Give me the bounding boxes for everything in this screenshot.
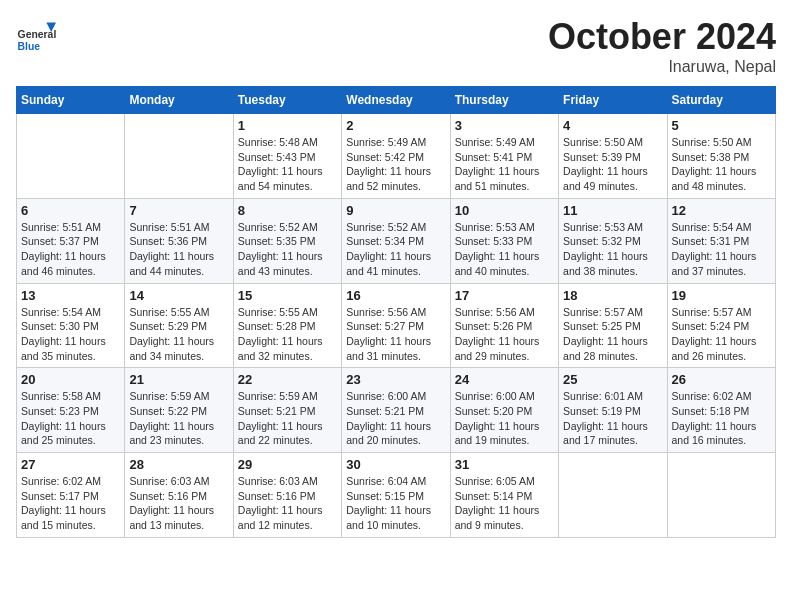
logo-icon: General Blue <box>16 16 56 56</box>
table-row <box>125 114 233 199</box>
logo: General Blue <box>16 16 60 56</box>
day-detail: Sunrise: 5:55 AM Sunset: 5:29 PM Dayligh… <box>129 305 228 364</box>
day-number: 25 <box>563 372 662 387</box>
day-number: 17 <box>455 288 554 303</box>
table-row: 19Sunrise: 5:57 AM Sunset: 5:24 PM Dayli… <box>667 283 775 368</box>
calendar-week-row: 20Sunrise: 5:58 AM Sunset: 5:23 PM Dayli… <box>17 368 776 453</box>
table-row: 25Sunrise: 6:01 AM Sunset: 5:19 PM Dayli… <box>559 368 667 453</box>
col-wednesday: Wednesday <box>342 87 450 114</box>
day-number: 11 <box>563 203 662 218</box>
day-detail: Sunrise: 6:03 AM Sunset: 5:16 PM Dayligh… <box>129 474 228 533</box>
table-row: 20Sunrise: 5:58 AM Sunset: 5:23 PM Dayli… <box>17 368 125 453</box>
table-row: 7Sunrise: 5:51 AM Sunset: 5:36 PM Daylig… <box>125 198 233 283</box>
day-number: 16 <box>346 288 445 303</box>
table-row: 26Sunrise: 6:02 AM Sunset: 5:18 PM Dayli… <box>667 368 775 453</box>
day-number: 23 <box>346 372 445 387</box>
table-row: 6Sunrise: 5:51 AM Sunset: 5:37 PM Daylig… <box>17 198 125 283</box>
day-number: 4 <box>563 118 662 133</box>
table-row <box>667 453 775 538</box>
day-detail: Sunrise: 5:52 AM Sunset: 5:34 PM Dayligh… <box>346 220 445 279</box>
calendar-week-row: 6Sunrise: 5:51 AM Sunset: 5:37 PM Daylig… <box>17 198 776 283</box>
day-number: 20 <box>21 372 120 387</box>
day-number: 22 <box>238 372 337 387</box>
day-detail: Sunrise: 5:48 AM Sunset: 5:43 PM Dayligh… <box>238 135 337 194</box>
col-monday: Monday <box>125 87 233 114</box>
table-row: 23Sunrise: 6:00 AM Sunset: 5:21 PM Dayli… <box>342 368 450 453</box>
day-number: 19 <box>672 288 771 303</box>
day-detail: Sunrise: 5:55 AM Sunset: 5:28 PM Dayligh… <box>238 305 337 364</box>
table-row <box>559 453 667 538</box>
table-row: 15Sunrise: 5:55 AM Sunset: 5:28 PM Dayli… <box>233 283 341 368</box>
day-detail: Sunrise: 5:59 AM Sunset: 5:21 PM Dayligh… <box>238 389 337 448</box>
day-number: 7 <box>129 203 228 218</box>
table-row: 3Sunrise: 5:49 AM Sunset: 5:41 PM Daylig… <box>450 114 558 199</box>
day-detail: Sunrise: 5:54 AM Sunset: 5:31 PM Dayligh… <box>672 220 771 279</box>
table-row: 14Sunrise: 5:55 AM Sunset: 5:29 PM Dayli… <box>125 283 233 368</box>
day-number: 21 <box>129 372 228 387</box>
table-row: 8Sunrise: 5:52 AM Sunset: 5:35 PM Daylig… <box>233 198 341 283</box>
day-detail: Sunrise: 5:51 AM Sunset: 5:37 PM Dayligh… <box>21 220 120 279</box>
day-number: 9 <box>346 203 445 218</box>
day-number: 6 <box>21 203 120 218</box>
day-number: 2 <box>346 118 445 133</box>
day-number: 15 <box>238 288 337 303</box>
col-thursday: Thursday <box>450 87 558 114</box>
day-detail: Sunrise: 5:51 AM Sunset: 5:36 PM Dayligh… <box>129 220 228 279</box>
table-row: 2Sunrise: 5:49 AM Sunset: 5:42 PM Daylig… <box>342 114 450 199</box>
day-detail: Sunrise: 5:50 AM Sunset: 5:38 PM Dayligh… <box>672 135 771 194</box>
day-number: 1 <box>238 118 337 133</box>
day-number: 8 <box>238 203 337 218</box>
day-detail: Sunrise: 5:57 AM Sunset: 5:25 PM Dayligh… <box>563 305 662 364</box>
day-number: 13 <box>21 288 120 303</box>
table-row: 17Sunrise: 5:56 AM Sunset: 5:26 PM Dayli… <box>450 283 558 368</box>
month-title: October 2024 <box>548 16 776 58</box>
day-detail: Sunrise: 5:53 AM Sunset: 5:33 PM Dayligh… <box>455 220 554 279</box>
table-row: 29Sunrise: 6:03 AM Sunset: 5:16 PM Dayli… <box>233 453 341 538</box>
table-row: 4Sunrise: 5:50 AM Sunset: 5:39 PM Daylig… <box>559 114 667 199</box>
day-detail: Sunrise: 6:02 AM Sunset: 5:18 PM Dayligh… <box>672 389 771 448</box>
table-row: 1Sunrise: 5:48 AM Sunset: 5:43 PM Daylig… <box>233 114 341 199</box>
day-detail: Sunrise: 6:05 AM Sunset: 5:14 PM Dayligh… <box>455 474 554 533</box>
day-number: 3 <box>455 118 554 133</box>
calendar-table: Sunday Monday Tuesday Wednesday Thursday… <box>16 86 776 538</box>
day-number: 31 <box>455 457 554 472</box>
location: Inaruwa, Nepal <box>548 58 776 76</box>
col-saturday: Saturday <box>667 87 775 114</box>
table-row: 10Sunrise: 5:53 AM Sunset: 5:33 PM Dayli… <box>450 198 558 283</box>
table-row: 30Sunrise: 6:04 AM Sunset: 5:15 PM Dayli… <box>342 453 450 538</box>
table-row: 27Sunrise: 6:02 AM Sunset: 5:17 PM Dayli… <box>17 453 125 538</box>
day-detail: Sunrise: 6:04 AM Sunset: 5:15 PM Dayligh… <box>346 474 445 533</box>
day-number: 28 <box>129 457 228 472</box>
col-sunday: Sunday <box>17 87 125 114</box>
day-number: 27 <box>21 457 120 472</box>
table-row: 9Sunrise: 5:52 AM Sunset: 5:34 PM Daylig… <box>342 198 450 283</box>
day-detail: Sunrise: 5:56 AM Sunset: 5:26 PM Dayligh… <box>455 305 554 364</box>
day-number: 18 <box>563 288 662 303</box>
day-number: 10 <box>455 203 554 218</box>
calendar-header-row: Sunday Monday Tuesday Wednesday Thursday… <box>17 87 776 114</box>
svg-text:Blue: Blue <box>18 41 41 52</box>
day-detail: Sunrise: 6:01 AM Sunset: 5:19 PM Dayligh… <box>563 389 662 448</box>
calendar-week-row: 13Sunrise: 5:54 AM Sunset: 5:30 PM Dayli… <box>17 283 776 368</box>
day-detail: Sunrise: 5:50 AM Sunset: 5:39 PM Dayligh… <box>563 135 662 194</box>
day-detail: Sunrise: 5:49 AM Sunset: 5:41 PM Dayligh… <box>455 135 554 194</box>
col-friday: Friday <box>559 87 667 114</box>
day-detail: Sunrise: 5:49 AM Sunset: 5:42 PM Dayligh… <box>346 135 445 194</box>
table-row: 13Sunrise: 5:54 AM Sunset: 5:30 PM Dayli… <box>17 283 125 368</box>
title-block: October 2024 Inaruwa, Nepal <box>548 16 776 76</box>
day-detail: Sunrise: 5:52 AM Sunset: 5:35 PM Dayligh… <box>238 220 337 279</box>
day-detail: Sunrise: 6:02 AM Sunset: 5:17 PM Dayligh… <box>21 474 120 533</box>
table-row <box>17 114 125 199</box>
day-number: 29 <box>238 457 337 472</box>
table-row: 21Sunrise: 5:59 AM Sunset: 5:22 PM Dayli… <box>125 368 233 453</box>
col-tuesday: Tuesday <box>233 87 341 114</box>
day-number: 30 <box>346 457 445 472</box>
day-detail: Sunrise: 5:57 AM Sunset: 5:24 PM Dayligh… <box>672 305 771 364</box>
day-number: 24 <box>455 372 554 387</box>
calendar-week-row: 1Sunrise: 5:48 AM Sunset: 5:43 PM Daylig… <box>17 114 776 199</box>
table-row: 16Sunrise: 5:56 AM Sunset: 5:27 PM Dayli… <box>342 283 450 368</box>
table-row: 28Sunrise: 6:03 AM Sunset: 5:16 PM Dayli… <box>125 453 233 538</box>
day-detail: Sunrise: 5:59 AM Sunset: 5:22 PM Dayligh… <box>129 389 228 448</box>
table-row: 22Sunrise: 5:59 AM Sunset: 5:21 PM Dayli… <box>233 368 341 453</box>
day-number: 26 <box>672 372 771 387</box>
